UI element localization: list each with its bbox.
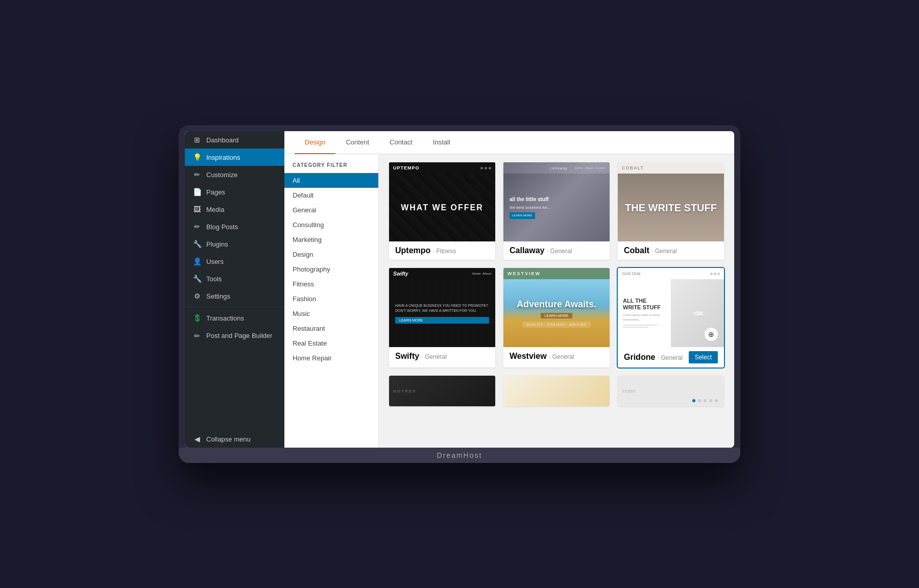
sidebar-item-label: Pages (206, 188, 225, 196)
themes-row-1: UPTEMPO WHAT WE OFFER (389, 162, 724, 260)
sidebar-item-pages[interactable]: 📄 Pages (185, 183, 284, 201)
filter-item-photography[interactable]: Photography (284, 262, 378, 277)
theme-card-uptempo[interactable]: UPTEMPO WHAT WE OFFER (389, 162, 495, 260)
gridone-hero-title: ALL THE WRITE STUFF (623, 298, 666, 311)
builder-icon: ✏ (193, 331, 201, 340)
sidebar-item-label: Tools (206, 275, 222, 283)
tabs-bar: Design Content Contact Install (284, 131, 734, 154)
tab-contact[interactable]: Contact (379, 131, 423, 154)
zoom-icon: ⊕ (705, 328, 718, 341)
sidebar-item-collapse[interactable]: ◀ Collapse menu (185, 430, 284, 448)
sidebar-item-label: Blog Posts (206, 223, 238, 231)
sidebar-item-users[interactable]: 👤 Users (185, 253, 284, 270)
sidebar-item-tools[interactable]: 🔧 Tools (185, 270, 284, 287)
settings-icon: ⚙ (193, 292, 201, 300)
filter-item-general[interactable]: General (284, 203, 378, 217)
laptop-screen: ⊞ Dashboard 💡 Inspirations ✏ Customize 📄… (185, 131, 734, 448)
partial-preview-2 (503, 376, 610, 406)
filter-item-all[interactable]: All (284, 173, 378, 188)
sidebar-item-customize[interactable]: ✏ Customize (185, 166, 284, 183)
nav-dot (710, 273, 713, 275)
callaway-hero: all the little stuff the best solutions … (503, 174, 610, 241)
theme-card-westview[interactable]: WESTVIEW Adventure Awaits. LEARN MORE QU… (503, 268, 610, 368)
filter-item-fitness[interactable]: Fitness (284, 277, 378, 291)
plugins-icon: 🔧 (193, 240, 201, 248)
filter-item-design[interactable]: Design (284, 247, 378, 262)
category-filter: CATEGORY FILTER All Default General Cons… (284, 154, 379, 448)
theme-card-cobalt[interactable]: COBALT THE WRITE STUFF Cobalt · General (618, 162, 724, 260)
sidebar-item-inspirations[interactable]: 💡 Inspirations (185, 149, 284, 166)
main-content: Design Content Contact Install CATEGORY … (284, 131, 734, 448)
nav-link: About (585, 166, 593, 169)
themes-grid: UPTEMPO WHAT WE OFFER (379, 154, 734, 448)
filter-item-real-estate[interactable]: Real Estate (284, 336, 378, 351)
sidebar: ⊞ Dashboard 💡 Inspirations ✏ Customize 📄… (185, 131, 284, 448)
sidebar-item-label: Post and Page Builder (206, 332, 272, 340)
filter-item-home-repair[interactable]: Home Repair (284, 351, 378, 365)
filter-item-consulting[interactable]: Consulting (284, 217, 378, 232)
sidebar-item-dashboard[interactable]: ⊞ Dashboard (185, 131, 284, 149)
gridone-nav: Grid One (618, 268, 724, 279)
filter-item-restaurant[interactable]: Restaurant (284, 321, 378, 336)
theme-card-gridone[interactable]: Grid One ALL THE WRITE STU (618, 268, 724, 368)
tab-content[interactable]: Content (335, 131, 379, 154)
sidebar-item-settings[interactable]: ⚙ Settings (185, 287, 284, 305)
callaway-category: · General (547, 248, 572, 255)
sidebar-item-plugins[interactable]: 🔧 Plugins (185, 235, 284, 253)
page-dot-3 (704, 399, 707, 402)
swifty-category: · General (422, 353, 447, 360)
sidebar-item-blog-posts[interactable]: ✏ Blog Posts (185, 218, 284, 235)
tools-icon: 🔧 (193, 275, 201, 283)
sidebar-divider (185, 307, 284, 307)
partial-label-1: NOTREX (393, 389, 416, 394)
laptop-brand: DreamHost (437, 451, 482, 459)
westview-nav: WESTVIEW (503, 268, 610, 279)
swifty-info: Swifty · General (389, 347, 495, 365)
themes-row-2: Swifty Home About HAVE A UNIQUE BUSINESS… (389, 268, 724, 368)
filter-item-marketing[interactable]: Marketing (284, 232, 378, 247)
filter-item-music[interactable]: Music (284, 306, 378, 321)
sidebar-item-transactions[interactable]: 💲 Transactions (185, 309, 284, 327)
filter-item-default[interactable]: Default (284, 188, 378, 203)
gridone-hero-right: ⊕ (671, 279, 724, 347)
filter-item-fashion[interactable]: Fashion (284, 291, 378, 306)
sidebar-item-media[interactable]: 🖼 Media (185, 201, 284, 218)
blog-icon: ✏ (193, 223, 201, 231)
swifty-nav: Swifty Home About (389, 268, 495, 279)
theme-preview-uptempo: UPTEMPO WHAT WE OFFER (389, 162, 495, 241)
swifty-hero-text: HAVE A UNIQUE BUSINESS YOU NEED TO PROMO… (395, 303, 489, 314)
swifty-hero: HAVE A UNIQUE BUSINESS YOU NEED TO PROMO… (389, 279, 495, 347)
gridone-line (623, 325, 657, 326)
nav-link: Contact (595, 166, 606, 169)
partial-card-1[interactable]: NOTREX (389, 376, 495, 406)
theme-card-swifty[interactable]: Swifty Home About HAVE A UNIQUE BUSINESS… (389, 268, 495, 368)
westview-tabs: QUALITY CONTENT WRITING (522, 322, 591, 328)
gridone-category: · General (658, 354, 683, 361)
sidebar-item-label: Inspirations (206, 154, 240, 161)
theme-name-gridone: Gridone · General (624, 353, 683, 362)
tab-install[interactable]: Install (423, 131, 461, 154)
gridone-name: Gridone (624, 353, 655, 361)
theme-name-uptempo: Uptempo · Fitness (395, 246, 456, 255)
westview-info: Westview · General (503, 347, 610, 365)
customize-icon: ✏ (193, 170, 201, 179)
callaway-hero-text: all the little stuff the best solutions … (510, 196, 550, 219)
theme-name-westview: Westview · General (510, 352, 574, 361)
tab-design[interactable]: Design (295, 131, 335, 154)
westview-tab-content: CONTENT (547, 323, 566, 326)
page-dot-2 (698, 399, 701, 402)
sidebar-item-label: Settings (206, 292, 230, 300)
partial-preview-1: NOTREX (389, 376, 495, 406)
gridone-select-button[interactable]: Select (689, 351, 718, 363)
partial-card-2[interactable] (503, 376, 610, 406)
uptempo-info: Uptempo · Fitness (389, 241, 495, 260)
sidebar-item-page-builder[interactable]: ✏ Post and Page Builder (185, 327, 284, 345)
partial-card-3[interactable]: STUDIO (618, 376, 724, 406)
theme-card-callaway[interactable]: callaway Home About Contact a (503, 162, 610, 260)
theme-name-callaway: Callaway · General (510, 246, 572, 255)
westview-category: · General (549, 353, 574, 360)
cobalt-name: Cobalt (624, 246, 649, 255)
gridone-hero-text: Lorem ipsum dolor sit amet consectetur..… (623, 313, 666, 322)
theme-preview-callaway: callaway Home About Contact a (503, 162, 610, 241)
swifty-logo: Swifty (393, 271, 408, 277)
